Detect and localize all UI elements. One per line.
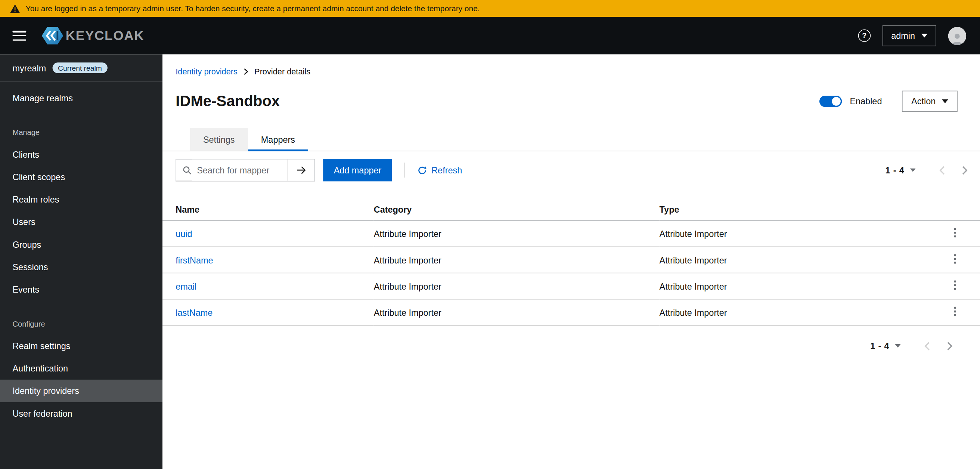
toolbar: Add mapper Refresh 1 - 4 <box>162 152 980 189</box>
sidebar-item-groups[interactable]: Groups <box>0 233 162 255</box>
cell-category: Attribute Importer <box>374 299 660 325</box>
sidebar-item-identity-providers[interactable]: Identity providers <box>0 380 162 402</box>
sidebar-item-realm-settings[interactable]: Realm settings <box>0 335 162 357</box>
cell-category: Attribute Importer <box>374 220 660 247</box>
avatar-person-icon <box>950 32 964 45</box>
enabled-toggle[interactable] <box>819 96 842 107</box>
table-header-row: Name Category Type <box>162 199 980 220</box>
toggle-knob <box>832 97 840 105</box>
kebab-menu-button[interactable] <box>950 279 960 293</box>
pagination-next-button[interactable] <box>947 341 952 351</box>
pagination-prev-button[interactable] <box>924 341 930 351</box>
user-menu-dropdown[interactable]: admin <box>883 25 936 46</box>
brand-text: KEYCLOAK <box>66 28 145 43</box>
pagination-options-toggle[interactable] <box>910 168 916 172</box>
main-content: Identity providers Provider details IDMe… <box>162 54 980 469</box>
pagination-range: 1 - 4 <box>870 341 889 351</box>
sidebar-section-manage: Manage <box>0 128 162 143</box>
chevron-left-icon <box>939 166 945 175</box>
chevron-down-icon <box>910 168 916 172</box>
help-icon[interactable]: ? <box>858 30 870 42</box>
sidebar-item-realm-roles[interactable]: Realm roles <box>0 188 162 211</box>
kebab-icon <box>954 228 956 238</box>
cell-type: Attribute Importer <box>660 273 930 299</box>
table-row: email Attribute Importer Attribute Impor… <box>162 273 980 299</box>
breadcrumb-chevron-icon <box>244 68 248 75</box>
chevron-down-icon <box>921 34 928 37</box>
realm-selector[interactable]: myrealm Current realm <box>0 54 162 82</box>
sidebar-item-events[interactable]: Events <box>0 278 162 301</box>
cell-type: Attribute Importer <box>660 220 930 247</box>
column-header-actions <box>930 199 980 220</box>
masthead: KEYCLOAK ? admin <box>0 17 980 54</box>
kebab-menu-button[interactable] <box>950 305 960 319</box>
kebab-icon <box>954 254 956 264</box>
sidebar-item-authentication[interactable]: Authentication <box>0 357 162 380</box>
pagination-bottom: 1 - 4 <box>870 341 952 351</box>
chevron-right-icon <box>947 341 952 351</box>
current-realm-badge: Current realm <box>52 62 108 73</box>
mapper-link-firstname[interactable]: firstName <box>175 255 213 265</box>
search-group <box>175 159 315 181</box>
add-mapper-button[interactable]: Add mapper <box>323 159 392 181</box>
avatar[interactable] <box>948 27 967 45</box>
mapper-link-lastname[interactable]: lastName <box>175 308 213 317</box>
action-dropdown[interactable]: Action <box>902 91 958 112</box>
toolbar-divider <box>404 163 405 177</box>
chevron-left-icon <box>924 341 930 351</box>
warning-banner-text: You are logged in as a temporary admin u… <box>26 4 480 13</box>
title-row: IDMe-Sandbox Enabled Action <box>162 76 980 112</box>
sidebar-item-sessions[interactable]: Sessions <box>0 255 162 278</box>
pagination-prev-button[interactable] <box>939 166 945 175</box>
breadcrumb: Identity providers Provider details <box>162 54 980 77</box>
chevron-down-icon <box>895 344 900 348</box>
pagination-next-button[interactable] <box>962 166 968 175</box>
page-title: IDMe-Sandbox <box>175 93 280 110</box>
cell-type: Attribute Importer <box>660 247 930 273</box>
kebab-icon <box>954 280 956 290</box>
chevron-down-icon <box>942 99 948 103</box>
keycloak-logo[interactable]: KEYCLOAK <box>41 25 144 46</box>
pagination-range: 1 - 4 <box>885 165 904 175</box>
table-row: uuid Attribute Importer Attribute Import… <box>162 220 980 247</box>
hamburger-icon <box>12 30 26 32</box>
breadcrumb-link-identity-providers[interactable]: Identity providers <box>175 67 237 76</box>
nav-toggle-button[interactable] <box>12 30 26 41</box>
realm-name: myrealm <box>12 63 46 73</box>
sidebar-item-manage-realms[interactable]: Manage realms <box>0 87 162 110</box>
refresh-icon <box>418 166 427 175</box>
keycloak-logo-icon <box>41 25 64 46</box>
user-menu-label: admin <box>891 30 915 41</box>
pagination-options-toggle[interactable] <box>895 344 900 348</box>
pagination-top: 1 - 4 <box>885 165 967 175</box>
mapper-link-email[interactable]: email <box>175 281 196 291</box>
tab-settings[interactable]: Settings <box>190 128 248 151</box>
enabled-label: Enabled <box>850 96 882 107</box>
kebab-menu-button[interactable] <box>950 253 960 267</box>
mapper-link-uuid[interactable]: uuid <box>175 229 192 239</box>
kebab-menu-button[interactable] <box>950 227 960 241</box>
mappers-table: Name Category Type uuid Attribute Import… <box>162 199 980 326</box>
refresh-button[interactable]: Refresh <box>418 165 462 175</box>
table-row: lastName Attribute Importer Attribute Im… <box>162 299 980 325</box>
sidebar-item-clients[interactable]: Clients <box>0 143 162 166</box>
sidebar-item-users[interactable]: Users <box>0 211 162 233</box>
tabs: Settings Mappers <box>162 128 980 152</box>
chevron-right-icon <box>962 166 968 175</box>
sidebar: myrealm Current realm Manage realms Mana… <box>0 54 162 469</box>
sidebar-item-client-scopes[interactable]: Client scopes <box>0 166 162 188</box>
breadcrumb-current: Provider details <box>255 67 310 76</box>
search-submit-button[interactable] <box>288 160 315 181</box>
cell-category: Attribute Importer <box>374 247 660 273</box>
arrow-right-icon <box>296 166 306 174</box>
search-input[interactable] <box>192 160 288 181</box>
search-icon <box>176 160 192 181</box>
kebab-icon <box>954 306 956 316</box>
cell-category: Attribute Importer <box>374 273 660 299</box>
tab-mappers[interactable]: Mappers <box>248 128 308 151</box>
sidebar-item-user-federation[interactable]: User federation <box>0 402 162 424</box>
table-row: firstName Attribute Importer Attribute I… <box>162 247 980 273</box>
column-header-name: Name <box>162 199 374 220</box>
refresh-label: Refresh <box>431 165 462 175</box>
column-header-category: Category <box>374 199 660 220</box>
